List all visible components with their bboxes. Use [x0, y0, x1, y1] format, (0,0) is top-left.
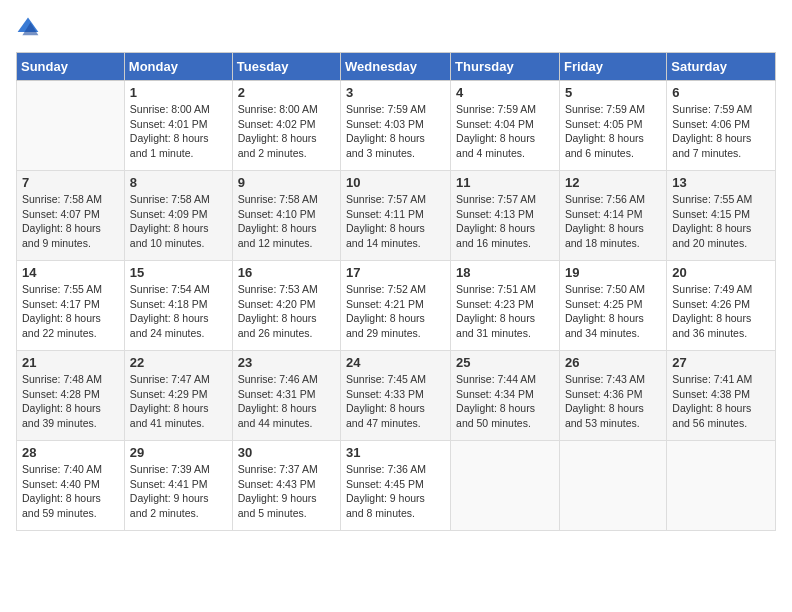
calendar-table: SundayMondayTuesdayWednesdayThursdayFrid…	[16, 52, 776, 531]
day-detail: Sunrise: 7:50 AMSunset: 4:25 PMDaylight:…	[565, 282, 661, 341]
day-detail: Sunrise: 7:37 AMSunset: 4:43 PMDaylight:…	[238, 462, 335, 521]
calendar-cell: 10Sunrise: 7:57 AMSunset: 4:11 PMDayligh…	[341, 171, 451, 261]
calendar-cell: 7Sunrise: 7:58 AMSunset: 4:07 PMDaylight…	[17, 171, 125, 261]
day-number: 13	[672, 175, 770, 190]
calendar-cell: 29Sunrise: 7:39 AMSunset: 4:41 PMDayligh…	[124, 441, 232, 531]
day-number: 8	[130, 175, 227, 190]
day-header-monday: Monday	[124, 53, 232, 81]
calendar-cell: 9Sunrise: 7:58 AMSunset: 4:10 PMDaylight…	[232, 171, 340, 261]
day-detail: Sunrise: 7:58 AMSunset: 4:07 PMDaylight:…	[22, 192, 119, 251]
calendar-cell: 23Sunrise: 7:46 AMSunset: 4:31 PMDayligh…	[232, 351, 340, 441]
calendar-cell: 31Sunrise: 7:36 AMSunset: 4:45 PMDayligh…	[341, 441, 451, 531]
day-number: 4	[456, 85, 554, 100]
day-number: 17	[346, 265, 445, 280]
day-number: 30	[238, 445, 335, 460]
day-detail: Sunrise: 7:51 AMSunset: 4:23 PMDaylight:…	[456, 282, 554, 341]
calendar-cell: 24Sunrise: 7:45 AMSunset: 4:33 PMDayligh…	[341, 351, 451, 441]
logo-icon	[16, 16, 40, 40]
calendar-cell	[559, 441, 666, 531]
day-number: 10	[346, 175, 445, 190]
calendar-cell: 13Sunrise: 7:55 AMSunset: 4:15 PMDayligh…	[667, 171, 776, 261]
day-detail: Sunrise: 7:52 AMSunset: 4:21 PMDaylight:…	[346, 282, 445, 341]
day-detail: Sunrise: 7:59 AMSunset: 4:04 PMDaylight:…	[456, 102, 554, 161]
day-detail: Sunrise: 7:56 AMSunset: 4:14 PMDaylight:…	[565, 192, 661, 251]
calendar-cell: 8Sunrise: 7:58 AMSunset: 4:09 PMDaylight…	[124, 171, 232, 261]
day-number: 29	[130, 445, 227, 460]
day-number: 31	[346, 445, 445, 460]
day-header-wednesday: Wednesday	[341, 53, 451, 81]
day-number: 27	[672, 355, 770, 370]
calendar-cell: 21Sunrise: 7:48 AMSunset: 4:28 PMDayligh…	[17, 351, 125, 441]
day-detail: Sunrise: 7:58 AMSunset: 4:09 PMDaylight:…	[130, 192, 227, 251]
day-detail: Sunrise: 7:45 AMSunset: 4:33 PMDaylight:…	[346, 372, 445, 431]
calendar-cell: 16Sunrise: 7:53 AMSunset: 4:20 PMDayligh…	[232, 261, 340, 351]
day-header-friday: Friday	[559, 53, 666, 81]
day-detail: Sunrise: 7:40 AMSunset: 4:40 PMDaylight:…	[22, 462, 119, 521]
calendar-cell	[667, 441, 776, 531]
day-number: 25	[456, 355, 554, 370]
day-detail: Sunrise: 7:43 AMSunset: 4:36 PMDaylight:…	[565, 372, 661, 431]
day-number: 12	[565, 175, 661, 190]
day-number: 21	[22, 355, 119, 370]
day-number: 7	[22, 175, 119, 190]
calendar-cell: 5Sunrise: 7:59 AMSunset: 4:05 PMDaylight…	[559, 81, 666, 171]
day-detail: Sunrise: 7:55 AMSunset: 4:17 PMDaylight:…	[22, 282, 119, 341]
day-number: 15	[130, 265, 227, 280]
day-detail: Sunrise: 7:44 AMSunset: 4:34 PMDaylight:…	[456, 372, 554, 431]
calendar-cell: 14Sunrise: 7:55 AMSunset: 4:17 PMDayligh…	[17, 261, 125, 351]
day-detail: Sunrise: 7:53 AMSunset: 4:20 PMDaylight:…	[238, 282, 335, 341]
calendar-cell	[17, 81, 125, 171]
day-number: 1	[130, 85, 227, 100]
calendar-cell: 19Sunrise: 7:50 AMSunset: 4:25 PMDayligh…	[559, 261, 666, 351]
calendar-cell: 20Sunrise: 7:49 AMSunset: 4:26 PMDayligh…	[667, 261, 776, 351]
calendar-cell: 6Sunrise: 7:59 AMSunset: 4:06 PMDaylight…	[667, 81, 776, 171]
day-detail: Sunrise: 7:54 AMSunset: 4:18 PMDaylight:…	[130, 282, 227, 341]
day-detail: Sunrise: 7:36 AMSunset: 4:45 PMDaylight:…	[346, 462, 445, 521]
calendar-cell: 25Sunrise: 7:44 AMSunset: 4:34 PMDayligh…	[451, 351, 560, 441]
day-detail: Sunrise: 7:59 AMSunset: 4:06 PMDaylight:…	[672, 102, 770, 161]
calendar-cell	[451, 441, 560, 531]
day-number: 20	[672, 265, 770, 280]
day-detail: Sunrise: 7:39 AMSunset: 4:41 PMDaylight:…	[130, 462, 227, 521]
logo	[16, 16, 44, 40]
day-number: 18	[456, 265, 554, 280]
calendar-cell: 4Sunrise: 7:59 AMSunset: 4:04 PMDaylight…	[451, 81, 560, 171]
day-detail: Sunrise: 8:00 AMSunset: 4:01 PMDaylight:…	[130, 102, 227, 161]
day-detail: Sunrise: 7:59 AMSunset: 4:03 PMDaylight:…	[346, 102, 445, 161]
day-detail: Sunrise: 7:49 AMSunset: 4:26 PMDaylight:…	[672, 282, 770, 341]
day-header-thursday: Thursday	[451, 53, 560, 81]
day-detail: Sunrise: 7:55 AMSunset: 4:15 PMDaylight:…	[672, 192, 770, 251]
day-detail: Sunrise: 7:47 AMSunset: 4:29 PMDaylight:…	[130, 372, 227, 431]
day-number: 6	[672, 85, 770, 100]
day-detail: Sunrise: 7:57 AMSunset: 4:11 PMDaylight:…	[346, 192, 445, 251]
day-header-sunday: Sunday	[17, 53, 125, 81]
calendar-cell: 26Sunrise: 7:43 AMSunset: 4:36 PMDayligh…	[559, 351, 666, 441]
calendar-cell: 11Sunrise: 7:57 AMSunset: 4:13 PMDayligh…	[451, 171, 560, 261]
day-number: 3	[346, 85, 445, 100]
calendar-cell: 18Sunrise: 7:51 AMSunset: 4:23 PMDayligh…	[451, 261, 560, 351]
day-number: 28	[22, 445, 119, 460]
calendar-cell: 15Sunrise: 7:54 AMSunset: 4:18 PMDayligh…	[124, 261, 232, 351]
calendar-cell: 1Sunrise: 8:00 AMSunset: 4:01 PMDaylight…	[124, 81, 232, 171]
calendar-cell: 12Sunrise: 7:56 AMSunset: 4:14 PMDayligh…	[559, 171, 666, 261]
calendar-cell: 22Sunrise: 7:47 AMSunset: 4:29 PMDayligh…	[124, 351, 232, 441]
day-number: 24	[346, 355, 445, 370]
day-number: 14	[22, 265, 119, 280]
day-detail: Sunrise: 7:48 AMSunset: 4:28 PMDaylight:…	[22, 372, 119, 431]
day-detail: Sunrise: 7:57 AMSunset: 4:13 PMDaylight:…	[456, 192, 554, 251]
day-detail: Sunrise: 7:59 AMSunset: 4:05 PMDaylight:…	[565, 102, 661, 161]
day-detail: Sunrise: 7:41 AMSunset: 4:38 PMDaylight:…	[672, 372, 770, 431]
day-header-tuesday: Tuesday	[232, 53, 340, 81]
day-number: 26	[565, 355, 661, 370]
header	[16, 16, 776, 40]
calendar-cell: 30Sunrise: 7:37 AMSunset: 4:43 PMDayligh…	[232, 441, 340, 531]
day-number: 23	[238, 355, 335, 370]
day-number: 2	[238, 85, 335, 100]
day-number: 9	[238, 175, 335, 190]
day-header-saturday: Saturday	[667, 53, 776, 81]
day-number: 11	[456, 175, 554, 190]
day-detail: Sunrise: 7:46 AMSunset: 4:31 PMDaylight:…	[238, 372, 335, 431]
day-detail: Sunrise: 8:00 AMSunset: 4:02 PMDaylight:…	[238, 102, 335, 161]
day-number: 22	[130, 355, 227, 370]
calendar-cell: 2Sunrise: 8:00 AMSunset: 4:02 PMDaylight…	[232, 81, 340, 171]
